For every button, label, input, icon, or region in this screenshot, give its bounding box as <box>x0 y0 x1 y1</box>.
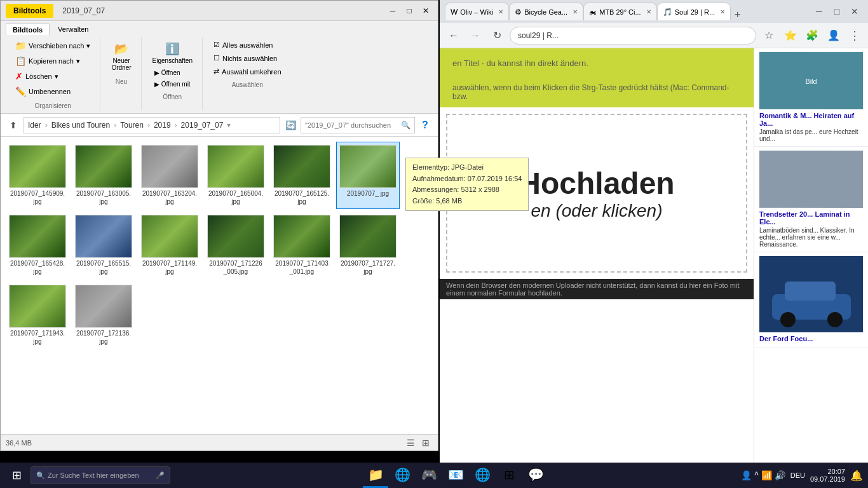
ad-card-2[interactable]: Trendsetter 20... Laminat in Elc... Lami… <box>754 147 868 252</box>
taskbar-app-chrome[interactable]: 🌐 <box>390 463 415 488</box>
up-arrow-icon[interactable]: ^ <box>754 470 759 480</box>
file-item[interactable]: 20190707_145909. jpg <box>6 142 69 209</box>
taskbar-app-grid[interactable]: ⊞ <box>496 463 522 488</box>
taskbar-app-edge[interactable]: 🌐 <box>470 463 495 488</box>
refresh-button[interactable]: 🔄 <box>283 118 298 133</box>
tab-favicon-soul: 🎵 <box>663 8 672 17</box>
bc-part-3[interactable]: Touren <box>120 121 144 130</box>
tab-bicycle[interactable]: ⚙ Bicycle Gea... ✕ <box>509 3 583 20</box>
breadcrumb[interactable]: Ider › Bikes und Touren › Touren › 2019 … <box>24 117 280 133</box>
file-item[interactable]: 20190707_165125. jpg <box>270 142 334 209</box>
file-item[interactable]: 20190707_171727. jpg <box>336 212 400 279</box>
browser-window: W Oliv – Wiki ✕ ⚙ Bicycle Gea... ✕ 🏍 MTB… <box>440 0 868 488</box>
file-item[interactable]: 20190707_171943. jpg <box>6 281 69 349</box>
chrome-close-button[interactable]: ✕ <box>846 3 863 20</box>
bookmark-button[interactable]: ☆ <box>760 27 778 44</box>
file-content: 20190707_145909. jpg20190707_163005. jpg… <box>1 137 438 434</box>
ad-image-1: Bild <box>759 52 863 109</box>
user-button[interactable]: 👤 <box>825 27 843 44</box>
file-item[interactable]: 20190707_171403 _001.jpg <box>270 212 334 279</box>
tab-close-mtb[interactable]: ✕ <box>646 8 651 15</box>
select-none-button[interactable]: ☐ Nichts auswählen <box>209 52 286 64</box>
maximize-button[interactable]: □ <box>402 4 416 18</box>
bc-part-1[interactable]: Ider <box>28 121 41 130</box>
bookmark-star[interactable]: ⭐ <box>782 27 799 44</box>
back-button[interactable]: ← <box>445 27 463 44</box>
taskbar-time[interactable]: 20:07 09.07.2019 <box>810 468 845 483</box>
umbenennen-button[interactable]: ✏️ Umbenennen <box>11 85 95 98</box>
bc-part-4[interactable]: 2019 <box>154 121 171 130</box>
start-button[interactable]: ⊞ <box>5 464 28 487</box>
tab-label-mtb: MTB 29° Ci... <box>599 8 641 16</box>
select-all-button[interactable]: ☑ Alles auswählen <box>209 39 286 51</box>
verschieben-button[interactable]: 📁 Verschieben nach ▾ <box>11 39 95 53</box>
ribbon-tab-bildtools[interactable]: Bildtools <box>6 24 50 35</box>
clock-time: 20:07 <box>827 468 845 475</box>
file-item[interactable]: 20190707_165515. jpg <box>72 212 135 279</box>
tab-close-wiki[interactable]: ✕ <box>498 8 503 15</box>
ad-title-3: Der Ford Focu... <box>759 335 863 342</box>
ad-card-3[interactable]: Der Ford Focu... <box>754 252 868 348</box>
window-title: 2019_07_07 <box>62 6 105 15</box>
properties-button[interactable]: ℹ️ Eigenschaften <box>148 39 197 67</box>
ad-card-1[interactable]: Bild Romantik & M... Heiraten auf Ja... … <box>754 48 868 147</box>
volume-icon[interactable]: 🔊 <box>775 470 785 480</box>
help-button[interactable]: ? <box>417 118 433 133</box>
file-item[interactable]: 20190707_171226 _005.jpg <box>204 212 268 279</box>
file-item[interactable]: 20190707_165428. jpg <box>6 212 69 279</box>
file-item[interactable]: 20190707_ jpg <box>336 142 400 209</box>
chrome-menu-button[interactable]: ⋮ <box>846 29 863 43</box>
chrome-minimize-button[interactable]: ─ <box>811 3 827 20</box>
file-item[interactable]: 20190707_165004. jpg <box>204 142 268 209</box>
tab-mtb[interactable]: 🏍 MTB 29° Ci... ✕ <box>583 3 657 20</box>
open-button[interactable]: ▶ Öffnen <box>150 67 195 78</box>
cms-title-hint: en Titel - du kannst ihn direkt ändern. <box>452 58 741 68</box>
ribbon-tab-verwalten[interactable]: Verwalten <box>51 24 95 35</box>
file-item[interactable]: 20190707_171149. jpg <box>138 212 201 279</box>
invert-select-button[interactable]: ⇄ Auswahl umkehren <box>209 65 286 78</box>
notification-icon[interactable]: 🔔 <box>850 470 863 482</box>
taskbar-app-mail[interactable]: 📧 <box>443 463 468 488</box>
kopieren-button[interactable]: 📋 Kopieren nach ▾ <box>11 54 95 68</box>
tab-close-soul[interactable]: ✕ <box>720 8 725 15</box>
tab-wiki[interactable]: W Oliv – Wiki ✕ <box>445 3 509 20</box>
taskbar-search[interactable]: 🔍 Zur Suche Text hier eingeben 🎤 <box>31 466 170 484</box>
file-item[interactable]: 20190707_163005. jpg <box>72 142 135 209</box>
new-folder-button[interactable]: 📂 NeuerOrdner <box>107 39 135 74</box>
open-with-button[interactable]: ▶ Öffnen mit <box>150 79 195 90</box>
search-icon: 🔍 <box>401 121 410 130</box>
address-bar-chrome[interactable]: soul29 | R... <box>510 27 756 44</box>
tab-soul[interactable]: 🎵 Soul 29 | R... ✕ <box>657 3 731 20</box>
taskbar-app-explorer[interactable]: 📁 <box>363 463 388 488</box>
chrome-navbar: ← → ↻ soul29 | R... ☆ ⭐ 🧩 👤 ⋮ <box>440 23 868 48</box>
voice-search-icon: 🎤 <box>156 471 165 480</box>
file-area: 20190707_145909. jpg20190707_163005. jpg… <box>1 137 438 434</box>
tab-close-bicycle[interactable]: ✕ <box>573 8 578 15</box>
ad-image-3 <box>759 256 863 332</box>
loeschen-button[interactable]: ✗ Löschen ▾ <box>11 69 95 83</box>
chrome-maximize-button[interactable]: □ <box>829 3 845 20</box>
file-item[interactable]: 20190707_172136. jpg <box>72 281 135 349</box>
new-tab-button[interactable]: + <box>731 9 744 20</box>
details-view-button[interactable]: ☰ <box>403 436 417 450</box>
search-input[interactable] <box>305 121 401 129</box>
large-icons-button[interactable]: ⊞ <box>419 436 433 450</box>
reload-button[interactable]: ↻ <box>488 27 506 44</box>
network-icon[interactable]: 📶 <box>761 470 772 480</box>
taskbar-app-chat[interactable]: 💬 <box>523 463 548 488</box>
taskbar-app-store[interactable]: 🎮 <box>416 463 442 488</box>
minimize-button[interactable]: ─ <box>386 4 400 18</box>
bildtools-tab[interactable]: Bildtools <box>6 4 53 18</box>
close-button[interactable]: ✕ <box>419 4 433 18</box>
properties-icon: ℹ️ <box>165 42 179 56</box>
bc-part-2[interactable]: Bikes und Touren <box>51 121 111 130</box>
rename-icon: ✏️ <box>15 86 26 97</box>
search-box[interactable]: 🔍 <box>301 117 415 133</box>
file-name: 20190707_165515. jpg <box>75 259 132 276</box>
nav-up-button[interactable]: ⬆ <box>6 118 21 133</box>
select-none-icon: ☐ <box>214 54 220 62</box>
forward-button[interactable]: → <box>466 27 484 44</box>
file-item[interactable]: 20190707_163204. jpg <box>138 142 201 209</box>
extensions-button[interactable]: 🧩 <box>803 27 821 44</box>
bc-part-5[interactable]: 2019_07_07 <box>181 121 224 130</box>
